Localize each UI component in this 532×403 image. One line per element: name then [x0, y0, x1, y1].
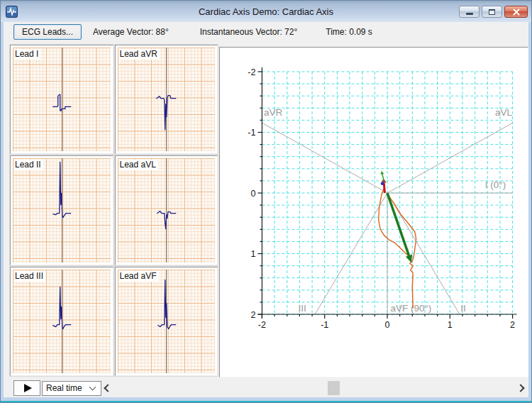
- ecg-paper: Lead aVL: [118, 158, 216, 262]
- ecg-paper: Lead III: [13, 270, 111, 373]
- time-label: Time: 0.09 s: [326, 27, 372, 37]
- ecg-paper: Lead I: [13, 48, 111, 151]
- lead-axis-label: aVR: [264, 107, 283, 118]
- lead-axis-label: I (0°): [485, 180, 506, 190]
- window-frame-left: [1, 22, 4, 402]
- ecg-lead-tile: Lead aVL: [115, 155, 218, 265]
- chevron-right-icon: [516, 384, 524, 392]
- x-tick-label: 0: [385, 320, 390, 330]
- ecg-lead-label: Lead III: [14, 271, 45, 282]
- x-tick-label: -2: [258, 320, 266, 330]
- blue-dot: [381, 182, 384, 185]
- ecg-waveform: [13, 48, 111, 151]
- lead-axis-label: II: [460, 303, 466, 314]
- ecg-waveform: [118, 270, 216, 373]
- close-icon: [512, 8, 521, 16]
- lead-axis-label: aVL: [495, 107, 513, 118]
- y-tick-label: -2: [248, 67, 255, 77]
- average-vector-label: Average Vector: 88°: [93, 27, 169, 37]
- ecg-lead-tile: Lead II: [10, 155, 113, 265]
- lead-axis-label: III: [299, 303, 306, 314]
- title-bar: Cardiac Axis Demo: Cardiac Axis: [1, 1, 531, 22]
- chevron-down-icon: [89, 384, 96, 391]
- lead-axis-label: aVF (90°): [390, 303, 431, 314]
- bottom-bar: Real time: [4, 379, 528, 397]
- ecg-lead-tile: Lead aVR: [115, 45, 218, 154]
- chevron-left-icon: [104, 384, 111, 392]
- y-tick-label: 0: [250, 189, 255, 199]
- ecg-lead-tile: Lead I: [10, 45, 113, 154]
- ecg-lead-label: Lead aVL: [119, 160, 158, 170]
- x-tick-label: 1: [448, 320, 453, 330]
- play-icon: [24, 384, 32, 392]
- x-tick-label: -1: [321, 320, 328, 330]
- ecg-waveform: [118, 48, 216, 151]
- ecg-waveform: [13, 270, 111, 373]
- cardiac-axis-plot: aVRaVLI (0°)IIIIIaVF (90°)-2-2-1-1001122: [219, 47, 528, 377]
- play-button[interactable]: [13, 380, 40, 396]
- ecg-paper: Lead II: [13, 158, 111, 262]
- window-frame-right: [528, 22, 531, 402]
- ecg-paper: Lead aVF: [118, 270, 216, 373]
- close-button[interactable]: [504, 6, 528, 18]
- content-area: Lead ILead aVRLead IILead aVLLead IIILea…: [4, 42, 528, 380]
- minimize-button[interactable]: [459, 6, 480, 18]
- minimize-icon: [466, 13, 473, 15]
- scroll-right-button[interactable]: [516, 381, 526, 395]
- small-green-arrow: [381, 171, 384, 182]
- ecg-lead-grid: Lead ILead aVRLead IILead aVLLead IIILea…: [10, 45, 218, 376]
- y-tick-label: 1: [250, 249, 255, 259]
- ecg-lead-label: Lead II: [14, 160, 43, 170]
- y-tick-label: -1: [248, 128, 255, 138]
- instantaneous-vector-label: Instantaneous Vector: 72°: [200, 27, 298, 37]
- cardiac-axis-plot-svg: aVRaVLI (0°)IIIIIaVF (90°)-2-2-1-1001122: [220, 48, 528, 377]
- ecg-waveform: [13, 158, 111, 262]
- ecg-lead-label: Lead aVR: [119, 49, 160, 60]
- toolbar: ECG Leads... Average Vector: 88° Instant…: [4, 22, 528, 42]
- ecg-waveform: [118, 158, 216, 262]
- ecg-paper: Lead aVR: [118, 48, 216, 151]
- mode-select-value: Real time: [46, 383, 82, 393]
- window-title: Cardiac Axis Demo: Cardiac Axis: [1, 6, 531, 17]
- ecg-leads-button[interactable]: ECG Leads...: [13, 24, 82, 40]
- window-frame-bottom: [1, 397, 531, 402]
- horizontal-scrollbar[interactable]: [101, 380, 528, 396]
- ecg-lead-tile: Lead aVF: [115, 267, 218, 376]
- ecg-lead-label: Lead I: [14, 49, 40, 60]
- ecg-lead-tile: Lead III: [10, 267, 113, 376]
- y-tick-label: 2: [250, 310, 255, 320]
- scrollbar-thumb[interactable]: [328, 381, 340, 395]
- ecg-lead-label: Lead aVF: [119, 271, 159, 282]
- mode-select[interactable]: Real time: [42, 381, 101, 396]
- scroll-left-button[interactable]: [103, 381, 113, 395]
- x-tick-label: 2: [510, 320, 515, 330]
- maximize-button[interactable]: [482, 6, 502, 18]
- maximize-icon: [489, 9, 495, 15]
- app-window: Cardiac Axis Demo: Cardiac Axis ECG Lead…: [0, 0, 532, 403]
- window-controls: [459, 6, 528, 18]
